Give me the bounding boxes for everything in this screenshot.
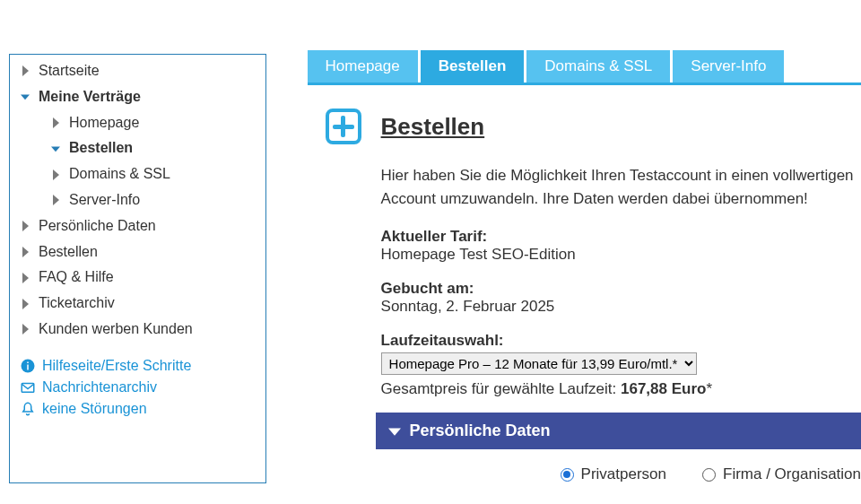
nav-bestellen-sub[interactable]: Bestellen	[10, 135, 265, 161]
nav-label: Startseite	[39, 60, 100, 83]
tab-domains-ssl[interactable]: Domains & SSL	[526, 50, 670, 83]
main: Homepage Bestellen Domains & SSL Server-…	[308, 0, 861, 483]
tab-bestellen[interactable]: Bestellen	[421, 50, 525, 83]
tab-server-info[interactable]: Server-Info	[673, 50, 784, 83]
nav-bestellen[interactable]: Bestellen	[10, 239, 265, 265]
link-label: Hilfeseite/Erste Schritte	[42, 358, 191, 374]
accordion-label: Persönliche Daten	[410, 421, 551, 440]
svg-rect-1	[27, 364, 29, 369]
chevron-right-icon	[49, 169, 62, 180]
total-line: Gesamtpreis für gewählte Laufzeit: 167,8…	[381, 380, 861, 398]
radio-group-account-type: Privatperson Firma / Organisation	[381, 449, 861, 483]
nav-faq-hilfe[interactable]: FAQ & Hilfe	[10, 265, 265, 291]
nav-label: Persönliche Daten	[39, 215, 156, 238]
total-amount: 167,88 Euro	[621, 380, 706, 397]
total-prefix: Gesamtpreis für gewählte Laufzeit:	[381, 380, 621, 397]
value-gebucht-am: Sonntag, 2. Februar 2025	[381, 298, 861, 316]
tabs: Homepage Bestellen Domains & SSL Server-…	[308, 50, 861, 85]
chevron-right-icon	[19, 247, 31, 257]
radio-label: Firma / Organisation	[723, 465, 861, 483]
chevron-right-icon	[19, 299, 31, 309]
intro-text: Hier haben Sie die Möglichkeit Ihren Tes…	[381, 164, 861, 210]
svg-rect-2	[27, 361, 29, 363]
nav-kunden-werben[interactable]: Kunden werben Kunden	[10, 317, 265, 343]
chevron-right-icon	[19, 221, 31, 231]
nav-label: Meine Verträge	[39, 86, 141, 109]
accordion-persoenliche-daten[interactable]: Persönliche Daten	[376, 413, 861, 449]
tab-homepage[interactable]: Homepage	[308, 50, 418, 83]
page-title: Bestellen	[381, 113, 485, 141]
nav-label: Domains & SSL	[69, 163, 170, 186]
nav-label: Homepage	[69, 112, 139, 135]
link-label: Nachrichtenarchiv	[42, 379, 157, 395]
nav-homepage[interactable]: Homepage	[10, 110, 265, 136]
radio-label: Privatperson	[581, 465, 666, 483]
chevron-right-icon	[19, 273, 31, 283]
plus-icon	[326, 109, 361, 144]
chevron-down-icon	[19, 91, 31, 102]
nav-ticketarchiv[interactable]: Ticketarchiv	[10, 291, 265, 317]
nav-label: Kunden werben Kunden	[39, 318, 193, 341]
nav-startseite[interactable]: Startseite	[10, 58, 265, 84]
label-gebucht-am: Gebucht am:	[381, 280, 861, 298]
sidebar-links: Hilfeseite/Erste Schritte Nachrichtenarc…	[10, 355, 265, 420]
link-nachrichtenarchiv[interactable]: Nachrichtenarchiv	[10, 377, 265, 398]
radio-icon	[702, 468, 716, 482]
nav-label: Server-Info	[69, 189, 140, 212]
nav-label: Bestellen	[69, 137, 133, 160]
value-aktueller-tarif: Homepage Test SEO-Edition	[381, 246, 861, 264]
chevron-right-icon	[19, 324, 31, 335]
nav-label: FAQ & Hilfe	[39, 266, 114, 289]
label-laufzeit: Laufzeitauswahl:	[381, 332, 861, 350]
radio-privatperson[interactable]: Privatperson	[561, 465, 666, 483]
nav-meine-vertraege[interactable]: Meine Verträge	[10, 84, 265, 110]
bell-icon	[19, 401, 37, 417]
link-label: keine Störungen	[42, 401, 147, 417]
chevron-down-icon	[388, 425, 401, 438]
content: Bestellen Hier haben Sie die Möglichkeit…	[308, 85, 861, 483]
nav-label: Ticketarchiv	[39, 292, 115, 315]
nav-server-info[interactable]: Server-Info	[10, 187, 265, 213]
nav-domains-ssl[interactable]: Domains & SSL	[10, 161, 265, 187]
link-hilfeseite[interactable]: Hilfeseite/Erste Schritte	[10, 355, 265, 377]
select-laufzeit[interactable]: Homepage Pro – 12 Monate für 13,99 Euro/…	[381, 352, 697, 375]
envelope-icon	[19, 379, 37, 395]
total-suffix: *	[706, 380, 712, 397]
chevron-down-icon	[49, 143, 62, 154]
info-icon	[19, 358, 37, 374]
nav-persoenliche-daten[interactable]: Persönliche Daten	[10, 213, 265, 239]
chevron-right-icon	[49, 195, 62, 205]
chevron-right-icon	[19, 65, 31, 76]
radio-firma[interactable]: Firma / Organisation	[702, 465, 861, 483]
sidebar: Startseite Meine Verträge Homepage Beste…	[9, 54, 266, 483]
radio-icon	[561, 468, 574, 482]
nav-label: Bestellen	[39, 241, 98, 264]
chevron-right-icon	[49, 117, 62, 128]
label-aktueller-tarif: Aktueller Tarif:	[381, 228, 861, 246]
link-stoerungen[interactable]: keine Störungen	[10, 398, 265, 420]
